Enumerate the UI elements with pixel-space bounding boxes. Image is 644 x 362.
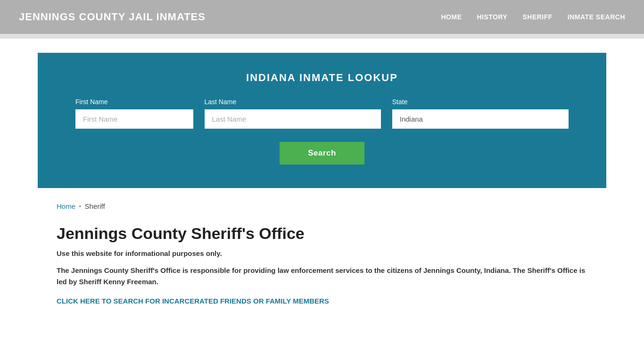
site-header: JENNINGS COUNTY JAIL INMATES HOME HISTOR… [0,0,644,34]
first-name-label: First Name [75,98,193,106]
breadcrumb-home-link[interactable]: Home [57,202,75,210]
nav-item-inmate-search[interactable]: INMATE SEARCH [568,13,625,21]
nav-item-home[interactable]: HOME [441,13,462,21]
search-section-title: INDIANA INMATE LOOKUP [75,72,569,84]
state-input[interactable] [392,109,569,129]
last-name-field-group: Last Name [205,98,381,129]
breadcrumb: Home • Sheriff [0,188,644,215]
site-title: JENNINGS COUNTY JAIL INMATES [19,11,206,23]
state-label: State [392,98,569,106]
last-name-label: Last Name [205,98,381,106]
main-content: Jennings County Sheriff's Office Use thi… [0,215,644,324]
info-line-1: Use this website for informational purpo… [57,249,587,257]
state-field-group: State [392,98,569,129]
search-button-container: Search [75,142,569,165]
search-button[interactable]: Search [280,142,364,165]
info-line-2: The Jennings County Sheriff's Office is … [57,265,587,288]
breadcrumb-separator: • [79,204,81,209]
nav-item-sheriff[interactable]: SHERIFF [522,13,552,21]
search-fields-container: First Name Last Name State [75,98,569,129]
page-title: Jennings County Sheriff's Office [57,224,587,243]
search-section: INDIANA INMATE LOOKUP First Name Last Na… [38,53,606,188]
cta-link[interactable]: CLICK HERE to Search for Incarcerated Fr… [57,297,329,305]
nav-item-history[interactable]: HISTORY [477,13,508,21]
main-nav: HOME HISTORY SHERIFF INMATE SEARCH [441,13,626,21]
breadcrumb-current: Sheriff [85,202,105,210]
header-underline [0,34,644,39]
first-name-field-group: First Name [75,98,193,129]
last-name-input[interactable] [205,109,381,129]
first-name-input[interactable] [75,109,193,129]
